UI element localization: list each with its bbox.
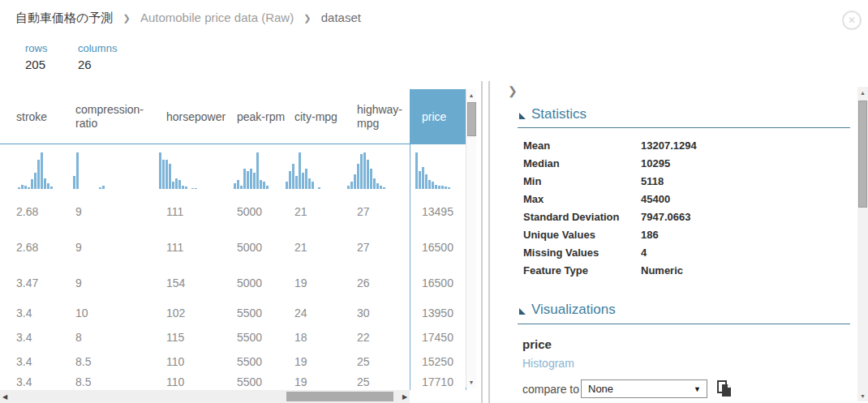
- histogram-bar: [191, 188, 194, 189]
- statistics-divider: [518, 127, 850, 128]
- stat-label-standard-deviation: Standard Deviation: [523, 211, 619, 223]
- histogram-bar: [18, 187, 20, 189]
- histogram-bar: [363, 152, 366, 189]
- table-cell: 5500: [237, 375, 262, 388]
- copy-icon: [717, 380, 732, 397]
- histogram-price: [415, 152, 450, 189]
- scroll-down-arrow-icon[interactable]: ▼: [857, 390, 868, 401]
- stat-label-unique-values: Unique Values: [523, 229, 595, 241]
- histogram-bar: [178, 180, 181, 189]
- column-header-horsepower[interactable]: horsepower: [166, 89, 247, 144]
- stat-value-median: 10295: [641, 157, 670, 169]
- stat-value-mean: 13207.1294: [641, 139, 697, 152]
- column-header-city-mpg[interactable]: city-mpg: [294, 89, 343, 144]
- histogram-bar: [240, 186, 243, 190]
- stat-value-max: 45400: [641, 193, 670, 205]
- table-horizontal-scrollbar[interactable]: ◀ ▶: [0, 390, 410, 403]
- stat-label-max: Max: [523, 193, 544, 205]
- histogram-bar: [318, 187, 320, 189]
- histogram-bar: [260, 180, 262, 189]
- table-cell: 8: [75, 331, 82, 344]
- table-cell: 3.4: [16, 331, 32, 344]
- histogram-bar: [435, 185, 437, 189]
- copy-button[interactable]: [717, 380, 732, 401]
- column-header-peak-rpm[interactable]: peak-rpm: [237, 89, 287, 144]
- table-cell: 17710: [422, 375, 453, 388]
- visualizations-section-header[interactable]: Visualizations: [519, 302, 616, 318]
- histogram-bar: [169, 164, 171, 190]
- stat-value-missing-values: 4: [641, 247, 647, 259]
- histogram-bar: [253, 173, 256, 189]
- section-expander-icon: [519, 308, 526, 315]
- table-cell: 154: [166, 277, 185, 289]
- table-cell: 5000: [237, 241, 262, 254]
- histogram-bar: [41, 152, 43, 189]
- stat-label-median: Median: [523, 157, 560, 169]
- histogram-bar: [37, 160, 40, 189]
- histogram-highway-mpg: [347, 152, 385, 189]
- table-cell: 16500: [422, 241, 453, 254]
- scroll-down-arrow-icon[interactable]: ▼: [466, 376, 476, 388]
- histogram-bar: [367, 160, 369, 189]
- histogram-bar: [162, 160, 165, 189]
- column-header-stroke[interactable]: stroke: [16, 89, 73, 144]
- table-cell: 15250: [422, 355, 453, 368]
- table-cell: 3.4: [16, 355, 32, 368]
- histogram-bar: [373, 178, 376, 190]
- column-header-price[interactable]: price: [410, 89, 466, 144]
- histogram-bar: [185, 186, 187, 189]
- collapse-panel-button[interactable]: ❯: [508, 84, 518, 97]
- table-cell: 26: [357, 277, 370, 289]
- table-cell: 5500: [237, 331, 262, 344]
- histogram-horsepower: [159, 152, 197, 189]
- histogram-bar: [47, 183, 49, 189]
- panel-vscroll-thumb[interactable]: [858, 101, 867, 208]
- close-button[interactable]: ✕: [842, 11, 862, 30]
- scroll-left-arrow-icon[interactable]: ◀: [0, 390, 10, 403]
- histogram-bar: [76, 152, 79, 189]
- statistics-title: Statistics: [531, 106, 587, 122]
- table-cell: 3.4: [16, 375, 32, 388]
- panel-vertical-scrollbar[interactable]: ▲ ▼: [857, 87, 868, 401]
- table-cell: 2.68: [16, 205, 38, 218]
- histogram-bar: [99, 187, 101, 189]
- stat-value-feature-type: Numeric: [641, 264, 683, 277]
- table-vertical-scrollbar[interactable]: ▲ ▼: [466, 89, 476, 388]
- scroll-right-arrow-icon[interactable]: ▶: [400, 390, 410, 403]
- stat-value-min: 5118: [641, 175, 664, 187]
- histogram-bar: [360, 154, 363, 189]
- table-vscroll-thumb[interactable]: [467, 102, 476, 136]
- table-cell: 5500: [237, 355, 262, 368]
- table-cell: 9: [75, 241, 82, 254]
- histogram-bar: [376, 183, 379, 189]
- statistics-section-header[interactable]: Statistics: [519, 106, 587, 122]
- histogram-bar: [289, 171, 291, 190]
- histogram-bar: [195, 188, 197, 189]
- histogram-bar: [305, 169, 307, 189]
- scroll-up-arrow-icon[interactable]: ▲: [466, 89, 476, 101]
- histogram-bar: [234, 183, 236, 189]
- table-cell: 5000: [237, 205, 262, 218]
- histogram-bar: [383, 187, 385, 189]
- histogram-bar: [73, 176, 75, 189]
- visualized-feature-name: price: [522, 337, 552, 351]
- panel-splitter[interactable]: [481, 81, 490, 403]
- histogram-bar: [50, 186, 53, 189]
- histogram-bar: [299, 152, 301, 189]
- table-cell: 2.68: [16, 241, 38, 254]
- histogram-bar: [425, 174, 428, 189]
- visualizations-divider: [518, 324, 850, 324]
- table-hscroll-thumb[interactable]: [286, 392, 393, 401]
- histogram-bar: [31, 179, 33, 189]
- histogram-bar: [312, 182, 314, 189]
- table-cell: 19: [294, 355, 307, 368]
- table-cell: 27: [357, 205, 370, 218]
- table-cell: 24: [294, 307, 307, 319]
- column-header-compression-ratio[interactable]: compression-ratio: [75, 89, 157, 144]
- scroll-up-arrow-icon[interactable]: ▲: [857, 87, 868, 98]
- compare-to-select[interactable]: None ▼: [581, 379, 707, 398]
- table-cell: 19: [294, 375, 307, 388]
- histogram-bar: [370, 169, 372, 189]
- stat-label-min: Min: [523, 175, 541, 187]
- table-cell: 9: [75, 205, 82, 218]
